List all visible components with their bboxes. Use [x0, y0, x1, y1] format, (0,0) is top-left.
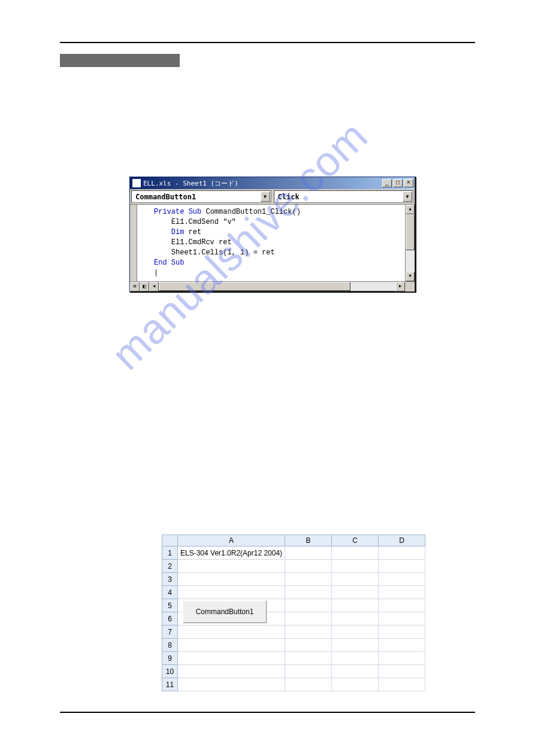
- close-button[interactable]: ×: [404, 179, 413, 187]
- cell[interactable]: [332, 560, 379, 573]
- code-margin: [130, 205, 137, 281]
- code-editor[interactable]: Private Sub CommandButton1_Click() El1.C…: [137, 205, 405, 281]
- cell[interactable]: [332, 665, 379, 678]
- window-title: ELL.xls - Sheet1 (コード): [143, 179, 238, 188]
- cell[interactable]: [379, 599, 425, 612]
- section-heading-bar: [60, 54, 180, 67]
- cell[interactable]: [285, 612, 332, 626]
- cell[interactable]: [332, 586, 379, 599]
- cell[interactable]: [332, 652, 379, 665]
- scroll-down-button[interactable]: ▼: [406, 272, 415, 281]
- column-header[interactable]: C: [332, 535, 379, 546]
- minimize-button[interactable]: _: [382, 179, 392, 187]
- excel-worksheet[interactable]: ABCD1ELS-304 Ver1.0R2(Apr12 2004)2345Com…: [162, 535, 425, 691]
- cell[interactable]: [379, 546, 425, 560]
- cell[interactable]: [379, 652, 425, 665]
- cell[interactable]: [178, 652, 285, 665]
- hscroll-thumb[interactable]: [159, 282, 350, 291]
- scroll-up-button[interactable]: ▲: [406, 205, 415, 214]
- cell[interactable]: [285, 586, 332, 599]
- cell[interactable]: [285, 546, 332, 560]
- cell[interactable]: [379, 586, 425, 599]
- column-header[interactable]: D: [379, 535, 425, 546]
- cell[interactable]: ELS-304 Ver1.0R2(Apr12 2004): [178, 546, 285, 560]
- cell[interactable]: [285, 573, 332, 586]
- cell[interactable]: [332, 599, 379, 612]
- cell[interactable]: [285, 560, 332, 573]
- vertical-scrollbar[interactable]: ▲ ▼: [405, 205, 415, 281]
- cell[interactable]: [332, 546, 379, 560]
- cell[interactable]: [379, 665, 425, 678]
- row-header[interactable]: 9: [162, 652, 178, 665]
- cell[interactable]: [178, 560, 285, 573]
- cell[interactable]: [285, 678, 332, 691]
- row-header[interactable]: 11: [162, 678, 178, 691]
- cell[interactable]: [178, 626, 285, 639]
- procedure-combobox[interactable]: Click ▼: [274, 190, 414, 203]
- cell[interactable]: [379, 573, 425, 586]
- cell[interactable]: [178, 678, 285, 691]
- chevron-down-icon[interactable]: ▼: [261, 192, 270, 202]
- cell[interactable]: [285, 626, 332, 639]
- full-module-view-button[interactable]: ◧: [140, 282, 149, 292]
- procedure-view-button[interactable]: ≡: [130, 282, 140, 292]
- column-header[interactable]: B: [285, 535, 332, 546]
- cell[interactable]: [178, 586, 285, 599]
- row-header[interactable]: 5: [162, 599, 178, 612]
- cell[interactable]: [178, 639, 285, 652]
- scroll-right-button[interactable]: ▶: [395, 282, 405, 292]
- row-header[interactable]: 3: [162, 573, 178, 586]
- cell[interactable]: [332, 573, 379, 586]
- cell[interactable]: [332, 612, 379, 626]
- bottom-rule: [60, 712, 475, 713]
- cell[interactable]: [332, 678, 379, 691]
- chevron-down-icon[interactable]: ▼: [403, 192, 412, 202]
- scroll-thumb[interactable]: [406, 214, 415, 250]
- window-icon: [132, 179, 141, 187]
- row-header[interactable]: 8: [162, 639, 178, 652]
- row-header[interactable]: 1: [162, 546, 178, 560]
- maximize-button[interactable]: □: [393, 179, 403, 187]
- cell[interactable]: [379, 612, 425, 626]
- hscroll-track[interactable]: [159, 282, 395, 291]
- scroll-corner: [405, 282, 415, 292]
- row-header[interactable]: 7: [162, 626, 178, 639]
- cell[interactable]: [285, 599, 332, 612]
- row-header[interactable]: 2: [162, 560, 178, 573]
- row-header[interactable]: 10: [162, 665, 178, 678]
- row-header[interactable]: 4: [162, 586, 178, 599]
- cell[interactable]: [285, 665, 332, 678]
- object-combobox-value: CommandButton1: [135, 193, 196, 201]
- cell[interactable]: [379, 639, 425, 652]
- window-titlebar[interactable]: ELL.xls - Sheet1 (コード) _ □ ×: [130, 177, 415, 189]
- cell[interactable]: CommandButton1: [178, 599, 285, 612]
- cell[interactable]: [379, 560, 425, 573]
- column-header[interactable]: A: [178, 535, 285, 546]
- cell[interactable]: [285, 639, 332, 652]
- cell[interactable]: [178, 612, 285, 626]
- cell[interactable]: [332, 639, 379, 652]
- cell[interactable]: [285, 652, 332, 665]
- object-combobox[interactable]: CommandButton1 ▼: [131, 190, 271, 203]
- cell[interactable]: [178, 573, 285, 586]
- row-header[interactable]: 6: [162, 612, 178, 626]
- scroll-track[interactable]: [406, 214, 415, 272]
- procedure-combobox-value: Click: [278, 193, 300, 201]
- cell[interactable]: [178, 665, 285, 678]
- cell[interactable]: [379, 678, 425, 691]
- cell[interactable]: [379, 626, 425, 639]
- top-rule: [60, 42, 475, 43]
- select-all-corner[interactable]: [162, 535, 178, 546]
- vba-code-window: ELL.xls - Sheet1 (コード) _ □ × CommandButt…: [129, 177, 416, 292]
- cell[interactable]: [332, 626, 379, 639]
- scroll-left-button[interactable]: ◀: [149, 282, 159, 292]
